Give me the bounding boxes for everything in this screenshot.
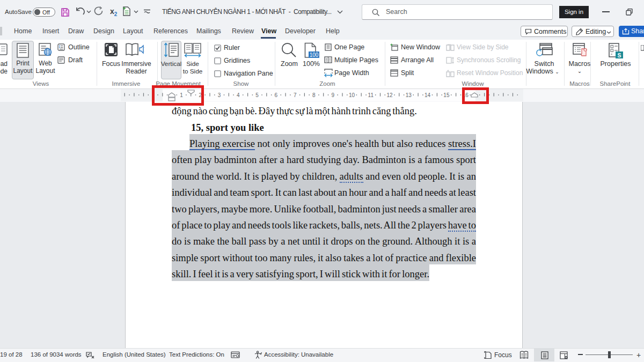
svg-text:14: 14 bbox=[425, 92, 431, 98]
svg-text:5: 5 bbox=[255, 92, 259, 98]
svg-text:7: 7 bbox=[294, 92, 297, 98]
svg-text:10: 10 bbox=[349, 92, 355, 98]
svg-text:3: 3 bbox=[218, 92, 221, 98]
svg-text:12: 12 bbox=[387, 92, 393, 98]
svg-text:6: 6 bbox=[275, 92, 278, 98]
svg-text:11: 11 bbox=[368, 92, 374, 98]
svg-text:4: 4 bbox=[237, 92, 240, 98]
svg-text:8: 8 bbox=[312, 92, 316, 98]
svg-text:100: 100 bbox=[310, 52, 319, 58]
svg-text:13: 13 bbox=[406, 92, 412, 98]
svg-text:S: S bbox=[617, 52, 621, 58]
svg-text:9: 9 bbox=[331, 92, 334, 98]
svg-text:15: 15 bbox=[443, 92, 450, 98]
